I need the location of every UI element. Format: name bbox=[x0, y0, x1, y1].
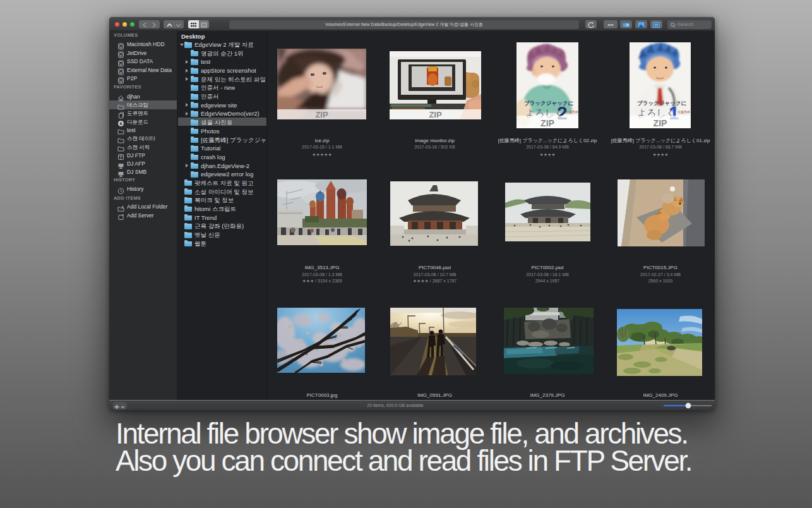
svg-text:ZIP: ZIP bbox=[654, 118, 667, 128]
svg-text:ZIP: ZIP bbox=[315, 110, 328, 119]
svg-text:ZIP: ZIP bbox=[429, 110, 442, 119]
svg-text:佐藤秀峰: 佐藤秀峰 bbox=[566, 110, 578, 114]
svg-text:ZIP: ZIP bbox=[540, 118, 554, 128]
svg-text:ブラックジャックに: ブラックジャックに bbox=[637, 100, 687, 106]
svg-text:佐藤秀峰: 佐藤秀峰 bbox=[678, 110, 690, 114]
